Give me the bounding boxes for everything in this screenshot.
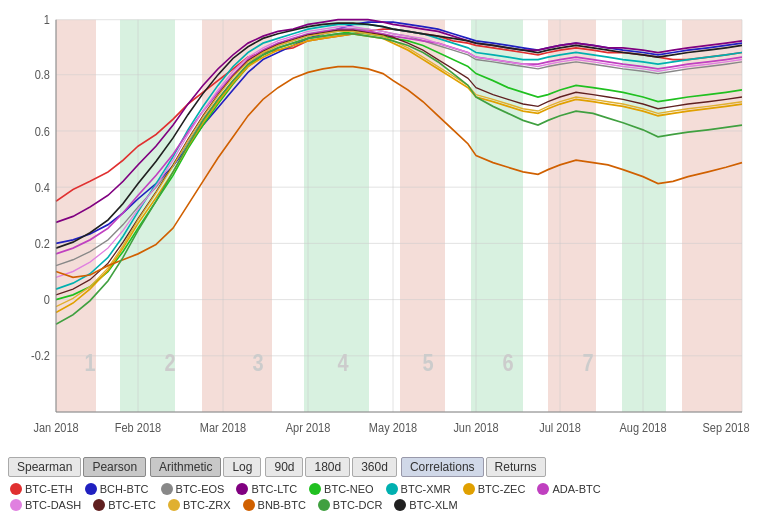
svg-text:Sep 2018: Sep 2018 [702, 420, 749, 435]
legend-item-btc-eth: BTC-ETH [10, 483, 73, 495]
legend-dot-bnb-btc [243, 499, 255, 511]
legend-label-btc-neo: BTC-NEO [324, 483, 374, 495]
legend-label-btc-dcr: BTC-DCR [333, 499, 383, 511]
legend-row-2: BTC-DASH BTC-ETC BTC-ZRX BNB-BTC BTC-DCR… [0, 497, 760, 513]
svg-text:3: 3 [252, 350, 263, 377]
svg-text:0: 0 [44, 292, 50, 307]
legend-dot-btc-eos [161, 483, 173, 495]
legend-dot-btc-zec [463, 483, 475, 495]
legend-dot-btc-dash [10, 499, 22, 511]
legend-label-btc-zec: BTC-ZEC [478, 483, 526, 495]
log-button[interactable]: Log [223, 457, 261, 477]
legend-item-btc-dcr: BTC-DCR [318, 499, 383, 511]
legend-item-ada-btc: ADA-BTC [537, 483, 600, 495]
pearson-button[interactable]: Pearson [83, 457, 146, 477]
legend-item-btc-xmr: BTC-XMR [386, 483, 451, 495]
returns-button[interactable]: Returns [486, 457, 546, 477]
svg-rect-8 [622, 20, 666, 412]
legend-dot-btc-neo [309, 483, 321, 495]
legend-dot-btc-ltc [236, 483, 248, 495]
legend-dot-btc-zrx [168, 499, 180, 511]
legend-item-btc-ltc: BTC-LTC [236, 483, 297, 495]
legend-dot-btc-eth [10, 483, 22, 495]
svg-text:Mar 2018: Mar 2018 [200, 420, 247, 435]
svg-rect-6 [471, 20, 523, 412]
svg-text:0.4: 0.4 [35, 180, 51, 195]
svg-text:May 2018: May 2018 [369, 420, 418, 435]
legend-label-btc-xlm: BTC-XLM [409, 499, 457, 511]
180d-button[interactable]: 180d [305, 457, 350, 477]
view-type-group: Correlations Returns [401, 457, 546, 477]
svg-text:Jul 2018: Jul 2018 [539, 420, 581, 435]
legend-label-btc-eos: BTC-EOS [176, 483, 225, 495]
svg-text:0.2: 0.2 [35, 236, 51, 251]
legend-item-btc-eos: BTC-EOS [161, 483, 225, 495]
legend-item-btc-zec: BTC-ZEC [463, 483, 526, 495]
main-chart: 1 0.8 0.6 0.4 0.2 0 -0.2 Jan 2018 Feb 20… [8, 8, 752, 453]
legend-item-bch-btc: BCH-BTC [85, 483, 149, 495]
legend-label-btc-eth: BTC-ETH [25, 483, 73, 495]
svg-text:Aug 2018: Aug 2018 [619, 420, 666, 435]
svg-rect-9 [682, 20, 742, 412]
svg-text:-0.2: -0.2 [31, 349, 50, 364]
svg-text:1: 1 [44, 13, 50, 28]
legend-dot-bch-btc [85, 483, 97, 495]
svg-text:1: 1 [84, 350, 95, 377]
legend-label-ada-btc: ADA-BTC [552, 483, 600, 495]
chart-container: 1 0.8 0.6 0.4 0.2 0 -0.2 Jan 2018 Feb 20… [0, 0, 760, 513]
return-type-group: Arithmetic Log [150, 457, 261, 477]
svg-text:Feb 2018: Feb 2018 [115, 420, 162, 435]
arithmetic-button[interactable]: Arithmetic [150, 457, 221, 477]
legend-dot-ada-btc [537, 483, 549, 495]
legend-dot-btc-xmr [386, 483, 398, 495]
svg-text:0.8: 0.8 [35, 68, 51, 83]
legend-dot-btc-dcr [318, 499, 330, 511]
legend-label-btc-ltc: BTC-LTC [251, 483, 297, 495]
svg-text:0.6: 0.6 [35, 124, 51, 139]
period-group: 90d 180d 360d [265, 457, 396, 477]
legend-item-btc-xlm: BTC-XLM [394, 499, 457, 511]
90d-button[interactable]: 90d [265, 457, 303, 477]
360d-button[interactable]: 360d [352, 457, 397, 477]
svg-text:6: 6 [502, 350, 513, 377]
legend-item-btc-etc: BTC-ETC [93, 499, 156, 511]
svg-text:5: 5 [422, 350, 433, 377]
svg-text:Jan 2018: Jan 2018 [33, 420, 79, 435]
legend-dot-btc-etc [93, 499, 105, 511]
svg-text:Apr 2018: Apr 2018 [286, 420, 331, 435]
controls-row: Spearman Pearson Arithmetic Log 90d 180d… [0, 453, 760, 481]
legend-item-bnb-btc: BNB-BTC [243, 499, 306, 511]
correlations-button[interactable]: Correlations [401, 457, 484, 477]
legend-label-btc-zrx: BTC-ZRX [183, 499, 231, 511]
correlation-type-group: Spearman Pearson [8, 457, 146, 477]
legend-label-btc-dash: BTC-DASH [25, 499, 81, 511]
legend-row-1: BTC-ETH BCH-BTC BTC-EOS BTC-LTC BTC-NEO … [0, 481, 760, 497]
legend-label-btc-etc: BTC-ETC [108, 499, 156, 511]
svg-text:Jun 2018: Jun 2018 [453, 420, 499, 435]
svg-text:7: 7 [582, 350, 593, 377]
legend-item-btc-dash: BTC-DASH [10, 499, 81, 511]
legend-label-btc-xmr: BTC-XMR [401, 483, 451, 495]
svg-text:2: 2 [164, 350, 175, 377]
chart-area: 1 0.8 0.6 0.4 0.2 0 -0.2 Jan 2018 Feb 20… [8, 8, 752, 453]
legend-item-btc-neo: BTC-NEO [309, 483, 374, 495]
legend-item-btc-zrx: BTC-ZRX [168, 499, 231, 511]
svg-text:4: 4 [337, 350, 348, 377]
spearman-button[interactable]: Spearman [8, 457, 81, 477]
legend-label-bch-btc: BCH-BTC [100, 483, 149, 495]
legend-dot-btc-xlm [394, 499, 406, 511]
legend-label-bnb-btc: BNB-BTC [258, 499, 306, 511]
